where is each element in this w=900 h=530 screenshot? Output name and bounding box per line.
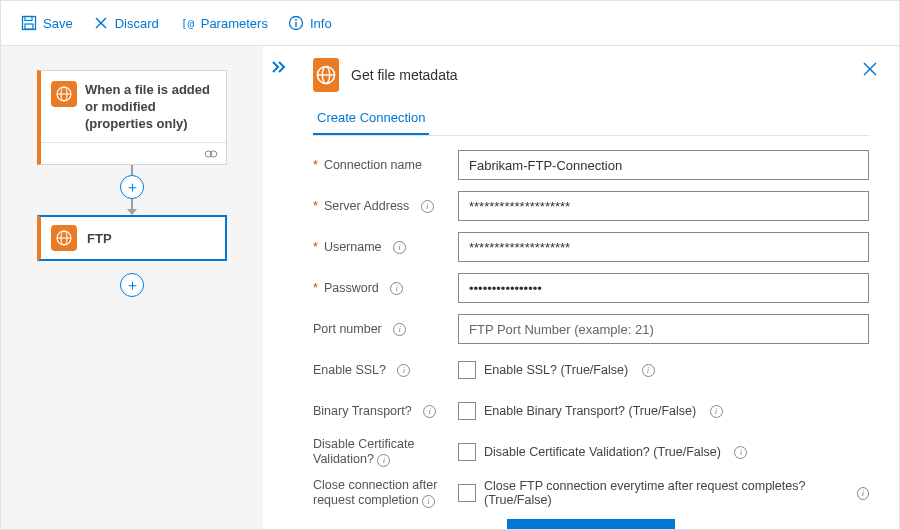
ssl-checkbox[interactable] [458, 361, 476, 379]
ssl-check-label: Enable SSL? (True/False) i [484, 363, 655, 377]
info-icon[interactable]: i [393, 241, 406, 254]
trigger-card-title: When a file is added or modified (proper… [85, 81, 214, 132]
svg-text:[@]: [@] [181, 17, 195, 30]
info-icon [288, 15, 304, 31]
config-panel: Get file metadata Create Connection *Con… [263, 46, 899, 530]
discard-label: Discard [115, 16, 159, 31]
info-icon[interactable]: i [421, 200, 434, 213]
add-step-button-1[interactable]: ＋ [120, 175, 144, 199]
ftp-card-title: FTP [87, 230, 112, 247]
svg-rect-2 [25, 24, 33, 29]
tab-create-connection[interactable]: Create Connection [313, 102, 429, 135]
connection-name-input[interactable] [458, 150, 869, 180]
ftp-connector-icon [51, 81, 77, 107]
svg-point-7 [295, 19, 297, 21]
connector-line [131, 199, 133, 209]
info-label: Info [310, 16, 332, 31]
port-label: Port number i [313, 322, 458, 337]
info-icon[interactable]: i [642, 364, 655, 377]
username-label: *Username i [313, 240, 458, 255]
save-button[interactable]: Save [13, 11, 81, 35]
cert-checkbox[interactable] [458, 443, 476, 461]
server-address-input[interactable] [458, 191, 869, 221]
info-icon[interactable]: i [393, 323, 406, 336]
connection-form: *Connection name *Server Address i *User… [313, 150, 869, 530]
cert-label: Disable Certificate Validation? i [313, 437, 458, 467]
port-input[interactable] [458, 314, 869, 344]
info-icon[interactable]: i [710, 405, 723, 418]
server-address-label: *Server Address i [313, 199, 458, 214]
ftp-action-card[interactable]: FTP [37, 215, 227, 261]
username-input[interactable] [458, 232, 869, 262]
connector-line [131, 165, 133, 175]
panel-header: Get file metadata [313, 58, 869, 92]
info-icon[interactable]: i [377, 454, 390, 467]
parameters-label: Parameters [201, 16, 268, 31]
link-icon [204, 149, 218, 159]
binary-checkbox[interactable] [458, 402, 476, 420]
info-icon[interactable]: i [397, 364, 410, 377]
info-icon[interactable]: i [422, 495, 435, 508]
trigger-card[interactable]: When a file is added or modified (proper… [37, 70, 227, 165]
panel-title: Get file metadata [351, 67, 458, 83]
parameters-button[interactable]: [@] Parameters [171, 11, 276, 35]
discard-icon [93, 15, 109, 31]
info-icon[interactable]: i [857, 487, 869, 500]
info-icon[interactable]: i [734, 446, 747, 459]
ftp-connector-icon [313, 58, 339, 92]
panel-tabs: Create Connection [313, 102, 869, 136]
info-icon[interactable]: i [423, 405, 436, 418]
password-label: *Password i [313, 281, 458, 296]
svg-rect-8 [295, 22, 296, 27]
ssl-label: Enable SSL? i [313, 363, 458, 378]
parameters-icon: [@] [179, 15, 195, 31]
cert-check-label: Disable Certificate Validation? (True/Fa… [484, 445, 747, 459]
collapse-panel-button[interactable] [271, 60, 287, 74]
create-button[interactable]: Create [507, 519, 675, 530]
designer-canvas: When a file is added or modified (proper… [1, 46, 263, 530]
close-conn-check-label: Close FTP connection everytime after req… [484, 479, 869, 507]
binary-label: Binary Transport? i [313, 404, 458, 419]
toolbar: Save Discard [@] Parameters Info [1, 1, 899, 45]
ftp-connector-icon [51, 225, 77, 251]
save-label: Save [43, 16, 73, 31]
binary-check-label: Enable Binary Transport? (True/False) i [484, 404, 723, 418]
info-icon[interactable]: i [390, 282, 403, 295]
save-icon [21, 15, 37, 31]
svg-point-13 [210, 151, 217, 157]
password-input[interactable] [458, 273, 869, 303]
discard-button[interactable]: Discard [85, 11, 167, 35]
close-conn-label: Close connection after request completio… [313, 478, 458, 508]
connection-name-label: *Connection name [313, 158, 458, 173]
close-panel-button[interactable] [861, 60, 879, 78]
add-step-button-2[interactable]: ＋ [120, 273, 144, 297]
info-button[interactable]: Info [280, 11, 340, 35]
close-conn-checkbox[interactable] [458, 484, 476, 502]
